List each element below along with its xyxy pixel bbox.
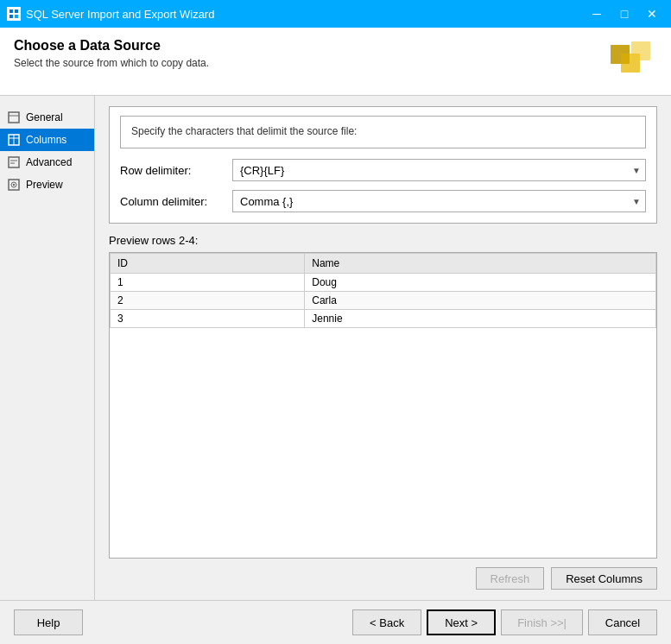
delimiter-group: Specify the characters that delimit the …: [109, 106, 657, 224]
preview-icon: [7, 178, 21, 192]
sidebar: General Columns: [0, 96, 95, 600]
cell-id: 3: [111, 310, 305, 328]
table-row: 3Jennie: [111, 310, 656, 328]
sidebar-item-preview[interactable]: Preview: [0, 174, 94, 196]
header-text: Choose a Data Source Select the source f…: [14, 38, 209, 69]
sidebar-item-general[interactable]: General: [0, 106, 94, 129]
row-delimiter-select[interactable]: {CR}{LF} {CR} {LF}: [232, 159, 646, 181]
preview-table-wrapper: ID Name 1Doug2Carla3Jennie: [109, 252, 657, 559]
svg-rect-9: [9, 112, 19, 123]
row-delimiter-select-wrapper: {CR}{LF} {CR} {LF} ▼: [232, 159, 646, 181]
refresh-button[interactable]: Refresh: [476, 567, 545, 590]
page-subtitle: Select the source from which to copy dat…: [14, 57, 209, 69]
window-controls: ─ □ ✕: [585, 4, 664, 23]
title-bar-left: SQL Server Import and Export Wizard: [7, 7, 214, 21]
cell-name: Jennie: [305, 310, 656, 328]
next-button[interactable]: Next >: [427, 609, 496, 635]
table-row: 1Doug: [111, 274, 656, 292]
sidebar-label-general: General: [26, 111, 63, 123]
content-area: General Columns: [0, 96, 671, 600]
svg-rect-3: [9, 15, 13, 18]
main-panel: Specify the characters that delimit the …: [95, 96, 671, 600]
preview-section: Preview rows 2-4: ID Name 1Doug2Carla3Je…: [109, 234, 657, 590]
app-icon: [7, 7, 21, 21]
cell-id: 2: [111, 292, 305, 310]
reset-columns-button[interactable]: Reset Columns: [551, 567, 657, 590]
sidebar-label-columns: Columns: [26, 134, 66, 146]
help-button[interactable]: Help: [14, 609, 83, 635]
table-header-row: ID Name: [111, 254, 656, 274]
svg-point-19: [13, 184, 15, 186]
svg-marker-8: [611, 45, 630, 64]
svg-rect-7: [631, 41, 650, 60]
footer-left: Help: [14, 609, 83, 635]
column-delimiter-label: Column delimiter:: [120, 195, 232, 208]
row-delimiter-label: Row delimiter:: [120, 164, 232, 177]
svg-rect-2: [15, 9, 18, 13]
preview-label: Preview rows 2-4:: [109, 234, 657, 247]
window-body: Choose a Data Source Select the source f…: [0, 28, 671, 644]
back-button[interactable]: < Back: [352, 609, 421, 635]
footer-right: < Back Next > Finish >>| Cancel: [352, 609, 657, 635]
maximize-button[interactable]: □: [612, 4, 636, 23]
sidebar-item-advanced[interactable]: Advanced: [0, 151, 94, 174]
sidebar-label-advanced: Advanced: [26, 156, 72, 168]
column-header-id: ID: [111, 254, 305, 274]
cell-name: Carla: [305, 292, 656, 310]
sidebar-item-columns[interactable]: Columns: [0, 129, 94, 151]
columns-icon: [7, 133, 21, 147]
action-buttons: Refresh Reset Columns: [109, 564, 657, 590]
window-title: SQL Server Import and Export Wizard: [26, 8, 214, 21]
advanced-icon: [7, 155, 21, 169]
sidebar-label-preview: Preview: [26, 179, 63, 191]
column-delimiter-select-wrapper: Comma {,} Tab {t} Semicolon {;} ▼: [232, 190, 646, 212]
close-button[interactable]: ✕: [640, 4, 664, 23]
table-row: 2Carla: [111, 292, 656, 310]
title-bar: SQL Server Import and Export Wizard ─ □ …: [0, 0, 671, 28]
general-icon: [7, 110, 21, 124]
footer: Help < Back Next > Finish >>| Cancel: [0, 600, 671, 644]
preview-table: ID Name 1Doug2Carla3Jennie: [110, 253, 656, 328]
page-title: Choose a Data Source: [14, 38, 209, 54]
cancel-button[interactable]: Cancel: [588, 609, 657, 635]
cell-id: 1: [111, 274, 305, 292]
svg-rect-4: [15, 15, 18, 18]
minimize-button[interactable]: ─: [585, 4, 609, 23]
row-delimiter-row: Row delimiter: {CR}{LF} {CR} {LF} ▼: [120, 159, 646, 181]
cell-name: Doug: [305, 274, 656, 292]
column-delimiter-select[interactable]: Comma {,} Tab {t} Semicolon {;}: [232, 190, 646, 212]
header-logo: [602, 38, 657, 85]
column-delimiter-row: Column delimiter: Comma {,} Tab {t} Semi…: [120, 190, 646, 212]
page-header: Choose a Data Source Select the source f…: [0, 28, 671, 96]
group-legend: Specify the characters that delimit the …: [120, 116, 646, 148]
finish-button[interactable]: Finish >>|: [501, 609, 583, 635]
svg-rect-14: [9, 157, 19, 167]
svg-rect-1: [9, 9, 13, 13]
column-header-name: Name: [305, 254, 656, 274]
